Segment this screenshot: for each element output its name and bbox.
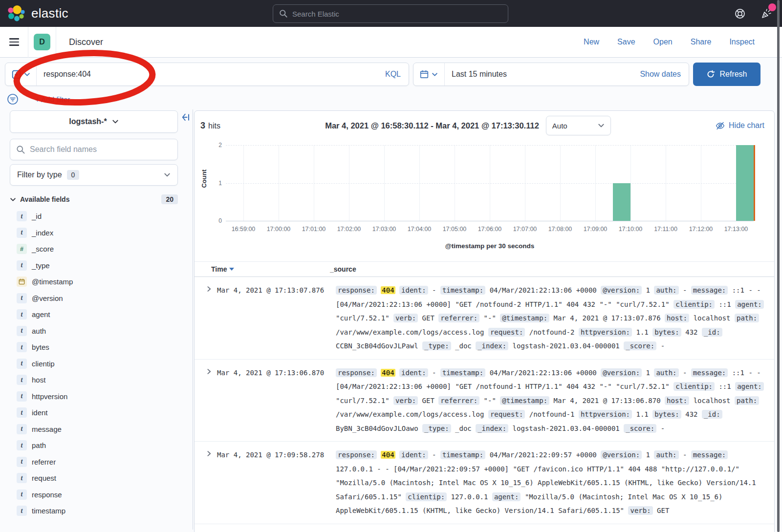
- query-input[interactable]: response:404: [37, 70, 385, 79]
- field-item-_id[interactable]: t_id: [10, 208, 178, 225]
- chart-time-range: Mar 4, 2021 @ 16:58:30.112 - Mar 4, 2021…: [325, 121, 539, 130]
- inspect-button[interactable]: Inspect: [729, 38, 755, 46]
- page-title: Discover: [69, 37, 103, 47]
- field-pill: @version:: [601, 368, 642, 377]
- refresh-button[interactable]: Refresh: [693, 63, 760, 86]
- eye-slash-icon: [716, 121, 725, 130]
- field-pill: path:: [735, 314, 759, 322]
- current-time-marker: [754, 145, 755, 221]
- saved-query-icon: [12, 70, 21, 79]
- open-button[interactable]: Open: [653, 38, 673, 46]
- field-item-path[interactable]: tpath: [10, 437, 178, 454]
- x-tick-label: 17:07:00: [507, 226, 543, 233]
- string-type-icon: t: [17, 260, 27, 271]
- interval-select[interactable]: Auto: [546, 116, 611, 135]
- field-item-timestamp[interactable]: ttimestamp: [10, 503, 178, 519]
- field-item-message[interactable]: tmessage: [10, 421, 178, 438]
- collapse-sidebar-icon[interactable]: [181, 112, 191, 124]
- show-dates-button[interactable]: Show dates: [640, 70, 689, 79]
- expand-row-icon[interactable]: [200, 286, 217, 294]
- add-filter-button[interactable]: + Add filter: [35, 95, 70, 104]
- field-pill: auth:: [654, 450, 678, 459]
- field-item-@timestamp[interactable]: @timestamp: [10, 274, 178, 290]
- save-button[interactable]: Save: [617, 38, 635, 46]
- elastic-logo[interactable]: elastic: [7, 5, 68, 22]
- field-pill: response:: [336, 450, 377, 459]
- available-fields-header[interactable]: Available fields 20: [10, 194, 178, 204]
- hide-chart-button[interactable]: Hide chart: [716, 121, 764, 130]
- string-type-icon: t: [17, 440, 27, 450]
- field-name: bytes: [32, 343, 49, 351]
- field-item-_type[interactable]: t_type: [10, 257, 178, 274]
- global-search-input[interactable]: Search Elastic: [273, 4, 508, 23]
- number-type-icon: #: [17, 244, 27, 254]
- field-item-_score[interactable]: #_score: [10, 241, 178, 257]
- field-pill: _id:: [702, 410, 722, 419]
- scrollbar[interactable]: [777, 0, 780, 532]
- y-tick-label: 0: [208, 217, 222, 224]
- histogram-bar-17:09:30[interactable]: [613, 183, 630, 221]
- field-item-request[interactable]: trequest: [10, 470, 178, 487]
- query-input-group: response:404 KQL: [5, 63, 409, 86]
- field-item-referrer[interactable]: treferrer: [10, 454, 178, 470]
- field-pill: _index:: [476, 424, 508, 433]
- time-column-header[interactable]: Time: [211, 265, 330, 273]
- field-pill: path:: [735, 396, 759, 405]
- field-pill: message:: [691, 286, 728, 295]
- index-pattern-selector[interactable]: logstash-*: [10, 110, 178, 133]
- row-timestamp: Mar 4, 2021 @ 17:13:06.870: [217, 366, 336, 380]
- field-item-response[interactable]: tresponse: [10, 487, 178, 503]
- saved-query-menu[interactable]: [5, 63, 37, 85]
- expand-row-icon[interactable]: [200, 450, 217, 458]
- histogram-bar-17:13:00[interactable]: [736, 145, 754, 221]
- x-tick-label: 17:00:00: [261, 226, 296, 233]
- field-pill: agent:: [492, 492, 521, 501]
- date-quick-menu[interactable]: [413, 63, 445, 85]
- y-tick-label: 2: [208, 142, 222, 149]
- highlight-404: 404: [381, 451, 395, 459]
- field-name: @version: [32, 294, 63, 302]
- field-pill: bytes:: [652, 328, 681, 337]
- field-name: agent: [32, 310, 50, 319]
- field-item-ident[interactable]: tident: [10, 404, 178, 421]
- field-item-auth[interactable]: tauth: [10, 323, 178, 340]
- row-source: response: 404 ident: - timestamp: 04/Mar…: [336, 448, 774, 518]
- time-range-value[interactable]: Last 15 minutes: [445, 70, 507, 79]
- string-type-icon: t: [17, 457, 27, 467]
- newsfeed-icon[interactable]: [760, 8, 772, 20]
- field-item-httpversion[interactable]: thttpversion: [10, 388, 178, 405]
- filter-by-type-dropdown[interactable]: Filter by type 0: [10, 164, 178, 186]
- field-item-clientip[interactable]: tclientip: [10, 356, 178, 372]
- date-type-icon: [17, 277, 27, 287]
- chevron-down-icon: [164, 171, 171, 178]
- field-item-host[interactable]: thost: [10, 372, 178, 388]
- field-pill: bytes:: [652, 410, 681, 419]
- discover-main: 3 hits Mar 4, 2021 @ 16:58:30.112 - Mar …: [193, 109, 782, 530]
- field-item-@version[interactable]: t@version: [10, 290, 178, 307]
- string-type-icon: t: [17, 359, 27, 369]
- share-button[interactable]: Share: [691, 38, 712, 46]
- string-type-icon: t: [17, 228, 27, 238]
- field-pill: timestamp:: [440, 286, 485, 295]
- divider: [56, 27, 56, 58]
- new-button[interactable]: New: [584, 38, 599, 46]
- field-pill: timestamp:: [440, 450, 485, 459]
- help-icon[interactable]: [734, 8, 746, 20]
- x-tick-label: 17:04:00: [402, 226, 437, 233]
- filter-icon[interactable]: [7, 93, 19, 105]
- documents-table-header: Time _source: [195, 261, 774, 277]
- field-pill: ident:: [399, 368, 428, 377]
- brand-wordmark: elastic: [31, 6, 68, 21]
- expand-row-icon[interactable]: [200, 368, 217, 376]
- x-tick-label: 17:13:00: [718, 226, 754, 233]
- field-item-agent[interactable]: tagent: [10, 306, 178, 323]
- x-tick-label: 17:02:00: [331, 226, 367, 233]
- menu-icon[interactable]: [0, 38, 28, 46]
- field-item-_index[interactable]: t_index: [10, 225, 178, 241]
- query-language-button[interactable]: KQL: [385, 70, 409, 79]
- discover-app-badge[interactable]: D: [34, 34, 50, 50]
- field-search-input[interactable]: Search field names: [10, 139, 178, 160]
- field-item-bytes[interactable]: tbytes: [10, 339, 178, 356]
- x-tick-label: 17:11:00: [648, 226, 683, 233]
- highlight-404: 404: [381, 369, 395, 377]
